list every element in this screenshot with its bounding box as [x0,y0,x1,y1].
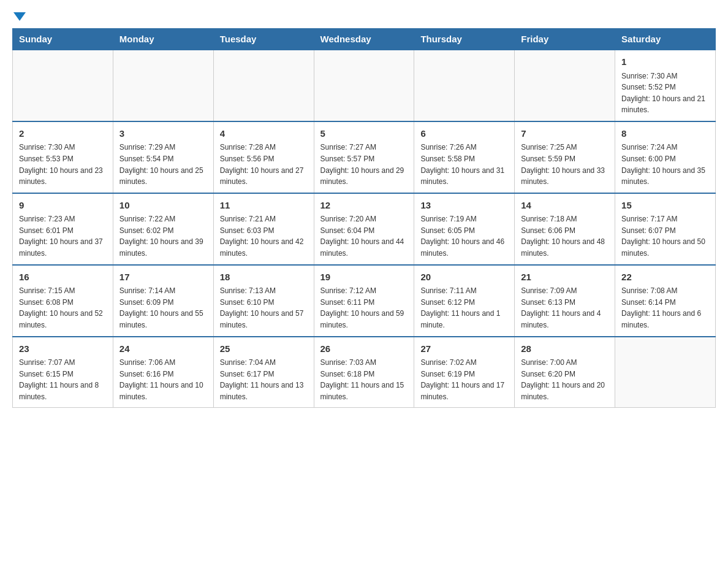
day-number: 23 [19,342,107,356]
calendar-cell: 13Sunrise: 7:19 AM Sunset: 6:05 PM Dayli… [414,193,515,265]
day-number: 7 [521,127,609,141]
day-info: Sunrise: 7:25 AM Sunset: 5:59 PM Dayligh… [521,142,609,187]
day-number: 20 [420,270,508,285]
calendar-week-2: 2Sunrise: 7:30 AM Sunset: 5:53 PM Daylig… [13,121,716,193]
day-number: 25 [220,342,308,356]
day-number: 26 [320,342,408,356]
day-info: Sunrise: 7:23 AM Sunset: 6:01 PM Dayligh… [19,213,107,259]
calendar-cell: 17Sunrise: 7:14 AM Sunset: 6:09 PM Dayli… [113,265,213,337]
calendar-cell: 27Sunrise: 7:02 AM Sunset: 6:19 PM Dayli… [414,337,515,408]
weekday-header-tuesday: Tuesday [213,29,314,50]
calendar-cell: 8Sunrise: 7:24 AM Sunset: 6:00 PM Daylig… [615,121,716,193]
logo-arrow-icon [13,12,26,21]
day-info: Sunrise: 7:12 AM Sunset: 6:11 PM Dayligh… [320,285,408,331]
calendar-cell: 9Sunrise: 7:23 AM Sunset: 6:01 PM Daylig… [13,193,113,265]
day-info: Sunrise: 7:07 AM Sunset: 6:15 PM Dayligh… [19,357,107,402]
calendar-cell: 16Sunrise: 7:15 AM Sunset: 6:08 PM Dayli… [13,265,113,337]
calendar-cell: 23Sunrise: 7:07 AM Sunset: 6:15 PM Dayli… [13,337,113,408]
weekday-header-saturday: Saturday [615,29,716,50]
day-info: Sunrise: 7:04 AM Sunset: 6:17 PM Dayligh… [220,357,308,402]
weekday-header-monday: Monday [113,29,213,50]
weekday-header-thursday: Thursday [414,29,515,50]
calendar-cell [113,50,213,121]
calendar-week-1: 1Sunrise: 7:30 AM Sunset: 5:52 PM Daylig… [13,50,716,121]
calendar-cell: 21Sunrise: 7:09 AM Sunset: 6:13 PM Dayli… [515,265,615,337]
day-number: 28 [521,342,609,356]
calendar-cell [414,50,515,121]
day-info: Sunrise: 7:00 AM Sunset: 6:20 PM Dayligh… [521,357,609,402]
calendar-week-4: 16Sunrise: 7:15 AM Sunset: 6:08 PM Dayli… [13,265,716,337]
day-info: Sunrise: 7:06 AM Sunset: 6:16 PM Dayligh… [119,357,207,402]
calendar-cell [515,50,615,121]
calendar-week-5: 23Sunrise: 7:07 AM Sunset: 6:15 PM Dayli… [13,337,716,408]
calendar-cell: 20Sunrise: 7:11 AM Sunset: 6:12 PM Dayli… [414,265,515,337]
day-info: Sunrise: 7:11 AM Sunset: 6:12 PM Dayligh… [420,285,508,331]
day-number: 27 [420,342,508,356]
calendar-cell: 10Sunrise: 7:22 AM Sunset: 6:02 PM Dayli… [113,193,213,265]
day-info: Sunrise: 7:28 AM Sunset: 5:56 PM Dayligh… [220,142,308,187]
day-number: 16 [19,270,107,285]
calendar-body: 1Sunrise: 7:30 AM Sunset: 5:52 PM Daylig… [13,50,716,408]
day-info: Sunrise: 7:21 AM Sunset: 6:03 PM Dayligh… [220,213,308,259]
calendar-cell: 11Sunrise: 7:21 AM Sunset: 6:03 PM Dayli… [213,193,314,265]
calendar-cell: 28Sunrise: 7:00 AM Sunset: 6:20 PM Dayli… [515,337,615,408]
day-number: 21 [521,270,609,285]
page-header [12,12,716,22]
weekday-header-friday: Friday [515,29,615,50]
calendar-cell: 6Sunrise: 7:26 AM Sunset: 5:58 PM Daylig… [414,121,515,193]
calendar-cell: 26Sunrise: 7:03 AM Sunset: 6:18 PM Dayli… [314,337,414,408]
calendar-cell [314,50,414,121]
day-info: Sunrise: 7:08 AM Sunset: 6:14 PM Dayligh… [621,285,709,331]
day-info: Sunrise: 7:30 AM Sunset: 5:52 PM Dayligh… [621,71,709,116]
calendar-cell: 19Sunrise: 7:12 AM Sunset: 6:11 PM Dayli… [314,265,414,337]
day-number: 19 [320,270,408,285]
day-number: 12 [320,199,408,213]
day-info: Sunrise: 7:19 AM Sunset: 6:05 PM Dayligh… [420,213,508,259]
day-number: 3 [119,127,207,141]
day-info: Sunrise: 7:17 AM Sunset: 6:07 PM Dayligh… [621,213,709,259]
day-number: 8 [621,127,709,141]
day-number: 13 [420,199,508,213]
day-info: Sunrise: 7:03 AM Sunset: 6:18 PM Dayligh… [320,357,408,402]
day-info: Sunrise: 7:15 AM Sunset: 6:08 PM Dayligh… [19,285,107,331]
day-number: 10 [119,199,207,213]
day-info: Sunrise: 7:02 AM Sunset: 6:19 PM Dayligh… [420,357,508,402]
day-info: Sunrise: 7:20 AM Sunset: 6:04 PM Dayligh… [320,213,408,259]
calendar-cell: 18Sunrise: 7:13 AM Sunset: 6:10 PM Dayli… [213,265,314,337]
calendar-table: SundayMondayTuesdayWednesdayThursdayFrid… [12,28,716,408]
day-info: Sunrise: 7:29 AM Sunset: 5:54 PM Dayligh… [119,142,207,187]
calendar-cell [615,337,716,408]
calendar-header: SundayMondayTuesdayWednesdayThursdayFrid… [13,29,716,50]
day-number: 22 [621,270,709,285]
weekday-header-sunday: Sunday [13,29,113,50]
calendar-cell [213,50,314,121]
day-info: Sunrise: 7:30 AM Sunset: 5:53 PM Dayligh… [19,142,107,187]
calendar-cell: 4Sunrise: 7:28 AM Sunset: 5:56 PM Daylig… [213,121,314,193]
day-info: Sunrise: 7:13 AM Sunset: 6:10 PM Dayligh… [220,285,308,331]
day-info: Sunrise: 7:26 AM Sunset: 5:58 PM Dayligh… [420,142,508,187]
weekday-header-wednesday: Wednesday [314,29,414,50]
calendar-cell: 24Sunrise: 7:06 AM Sunset: 6:16 PM Dayli… [113,337,213,408]
day-number: 6 [420,127,508,141]
day-info: Sunrise: 7:14 AM Sunset: 6:09 PM Dayligh… [119,285,207,331]
day-number: 2 [19,127,107,141]
day-number: 14 [521,199,609,213]
day-number: 4 [220,127,308,141]
day-info: Sunrise: 7:09 AM Sunset: 6:13 PM Dayligh… [521,285,609,331]
day-number: 24 [119,342,207,356]
calendar-cell: 12Sunrise: 7:20 AM Sunset: 6:04 PM Dayli… [314,193,414,265]
day-info: Sunrise: 7:22 AM Sunset: 6:02 PM Dayligh… [119,213,207,259]
calendar-week-3: 9Sunrise: 7:23 AM Sunset: 6:01 PM Daylig… [13,193,716,265]
day-number: 5 [320,127,408,141]
calendar-cell: 15Sunrise: 7:17 AM Sunset: 6:07 PM Dayli… [615,193,716,265]
calendar-cell: 3Sunrise: 7:29 AM Sunset: 5:54 PM Daylig… [113,121,213,193]
day-number: 9 [19,199,107,213]
calendar-cell: 14Sunrise: 7:18 AM Sunset: 6:06 PM Dayli… [515,193,615,265]
day-info: Sunrise: 7:24 AM Sunset: 6:00 PM Dayligh… [621,142,709,187]
day-info: Sunrise: 7:27 AM Sunset: 5:57 PM Dayligh… [320,142,408,187]
calendar-cell: 25Sunrise: 7:04 AM Sunset: 6:17 PM Dayli… [213,337,314,408]
calendar-cell: 7Sunrise: 7:25 AM Sunset: 5:59 PM Daylig… [515,121,615,193]
calendar-cell: 5Sunrise: 7:27 AM Sunset: 5:57 PM Daylig… [314,121,414,193]
calendar-cell [13,50,113,121]
day-number: 18 [220,270,308,285]
